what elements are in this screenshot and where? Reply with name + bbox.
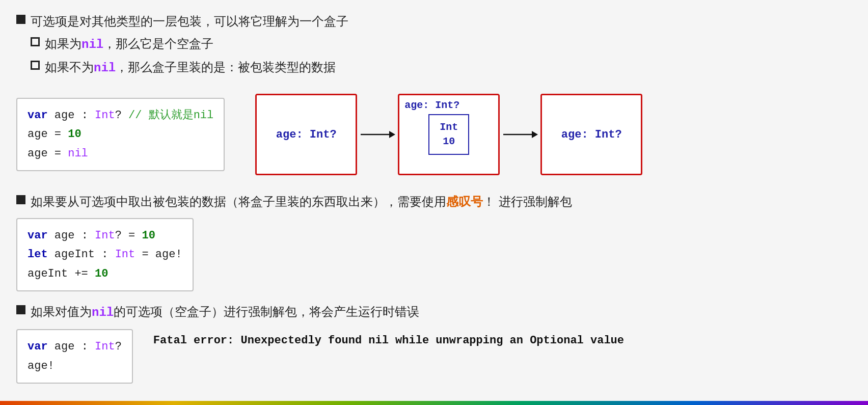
q-2: ? — [115, 229, 122, 242]
kw-var-1: var — [28, 109, 48, 122]
code-diagram-row: var age : Int? // 默认就是nil age = 10 age =… — [16, 85, 852, 184]
inner-val: 10 — [440, 134, 458, 149]
q-3: ? — [115, 340, 122, 353]
q-1: ? — [115, 109, 122, 122]
code1-line3: age = nil — [28, 144, 213, 163]
bullet-icon-4 — [16, 305, 25, 314]
diagram-label-2: age: Int? — [404, 99, 459, 111]
int-type-3: Int — [115, 248, 135, 261]
section3-text: 如果要从可选项中取出被包装的数据（将盒子里装的东西取出来），需要使用感叹号！ 进… — [31, 193, 572, 211]
val-10-3: 10 — [95, 267, 108, 280]
eq-4: = — [128, 229, 142, 242]
eq-2: = — [55, 128, 68, 141]
pluseq-1: += — [74, 267, 95, 280]
kw-let-1: let — [28, 248, 48, 261]
code-block-2: var age : Int? = 10 let ageInt : Int = a… — [16, 218, 194, 291]
diagram-box-1: age: Int? — [255, 94, 357, 175]
fatal-error-text: Fatal error: Unexpectedly found nil whil… — [153, 334, 624, 347]
int-type-1: Int — [95, 109, 115, 122]
fatal-error-row: var age : Int? age! Fatal error: Unexpec… — [16, 329, 852, 384]
eq-5: = age — [142, 248, 175, 261]
sub-bullet-2b-text: 如果不为nil，那么盒子里装的是：被包装类型的数据 — [45, 58, 336, 77]
age-1: age — [55, 109, 75, 122]
comment-1: // 默认就是nil — [128, 109, 213, 122]
svg-marker-3 — [532, 131, 538, 138]
ageint-2: ageInt — [28, 267, 68, 280]
code-block-1: var age : Int? // 默认就是nil age = 10 age =… — [16, 98, 225, 171]
section4-row: 如果对值为nil的可选项（空盒子）进行强制解包，将会产生运行时错误 — [16, 303, 852, 322]
int-type-4: Int — [95, 340, 115, 353]
code2-line3: ageInt += 10 — [28, 264, 182, 283]
nil-1: nil — [68, 147, 88, 160]
bottom-bar — [0, 401, 868, 405]
bullet-icon-1 — [16, 15, 25, 24]
eq-3: = — [55, 147, 68, 160]
colon-4: : — [82, 340, 95, 353]
section4-text: 如果对值为nil的可选项（空盒子）进行强制解包，将会产生运行时错误 — [31, 303, 419, 322]
sub-bullet-2a-text: 如果为nil，那么它是个空盒子 — [45, 35, 213, 54]
exclaim-text: 感叹号 — [446, 195, 483, 208]
code1-line2: age = 10 — [28, 125, 213, 144]
age-6: age — [28, 360, 48, 372]
sub-bullet-2b-row: 如果不为nil，那么盒子里装的是：被包装类型的数据 — [31, 58, 852, 77]
age-5: age — [55, 340, 75, 353]
kw-var-2: var — [28, 229, 48, 242]
bullet-icon-2a — [31, 37, 40, 46]
sub-bullet-2a-row: 如果为nil，那么它是个空盒子 — [31, 35, 852, 54]
code-block-3: var age : Int? age! — [16, 329, 133, 384]
fatal-error-container: Fatal error: Unexpectedly found nil whil… — [153, 329, 624, 347]
diagram-label-3: age: Int? — [561, 128, 622, 141]
bang-1: ! — [175, 248, 182, 261]
arrow-svg-1 — [360, 127, 395, 142]
bullet-icon-2b — [31, 61, 40, 70]
section3-row: 如果要从可选项中取出被包装的数据（将盒子里装的东西取出来），需要使用感叹号！ 进… — [16, 193, 852, 211]
sub-bullets: 如果为nil，那么它是个空盒子 如果不为nil，那么盒子里装的是：被包装类型的数… — [31, 35, 852, 77]
val-10-2: 10 — [142, 229, 155, 242]
nil-inline-3: nil — [92, 306, 114, 319]
nil-inline-1: nil — [82, 38, 103, 51]
age-4: age — [55, 229, 75, 242]
diagram-label-1: age: Int? — [276, 128, 337, 141]
nil-inline-2: nil — [94, 61, 116, 75]
arrow-2 — [500, 127, 540, 142]
inner-type: Int — [440, 120, 458, 134]
ageint-1: ageInt — [55, 248, 95, 261]
section1-text: 可选项是对其他类型的一层包装，可以将它理解为一个盒子 — [31, 12, 348, 31]
diagrams-row: age: Int? age: Int? Int 10 age: In — [255, 94, 642, 175]
code2-line1: var age : Int? = 10 — [28, 226, 182, 245]
bullet-icon-3 — [16, 195, 25, 204]
colon-3: : — [101, 248, 115, 261]
val-10-1: 10 — [68, 128, 81, 141]
colon-2: : — [82, 229, 95, 242]
arrow-1 — [357, 127, 398, 142]
bang-2: ! — [48, 360, 55, 372]
svg-marker-1 — [389, 131, 395, 138]
diagram-box-3: age: Int? — [540, 94, 642, 175]
int-type-2: Int — [95, 229, 115, 242]
type-1: : — [82, 109, 95, 122]
arrow-svg-2 — [502, 127, 538, 142]
code3-line1: var age : Int? — [28, 337, 122, 356]
age-3: age — [28, 147, 48, 160]
kw-var-3: var — [28, 340, 48, 353]
code2-line2: let ageInt : Int = age! — [28, 245, 182, 264]
age-2: age — [28, 128, 48, 141]
section1-row: 可选项是对其他类型的一层包装，可以将它理解为一个盒子 — [16, 12, 852, 31]
inner-box: Int 10 — [428, 114, 469, 155]
code1-line1: var age : Int? // 默认就是nil — [28, 106, 213, 125]
code3-line2: age! — [28, 357, 122, 375]
diagram-box-2: age: Int? Int 10 — [398, 94, 500, 175]
